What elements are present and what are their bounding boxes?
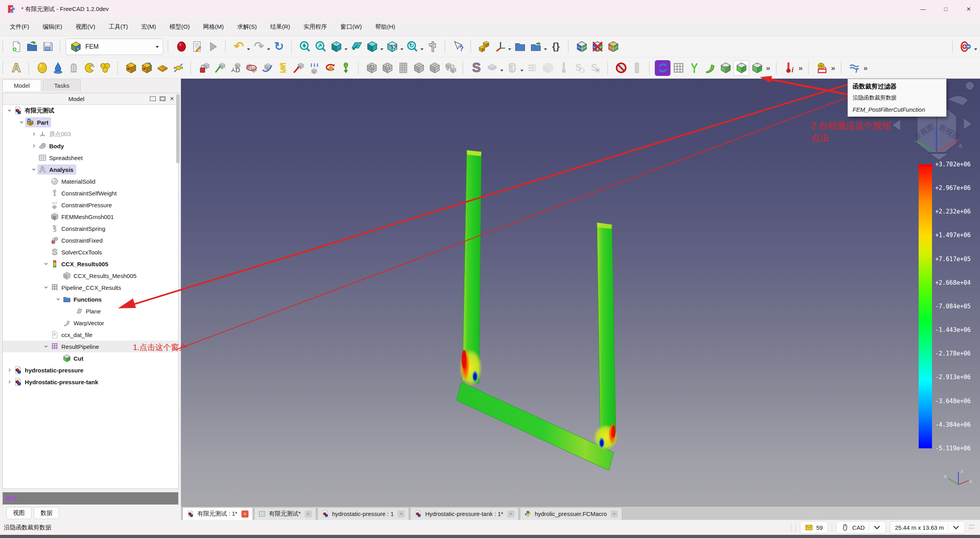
post-max-min-values-button[interactable]: i <box>782 60 798 76</box>
document-tab-hydrolic_pressuer.FCMacro[interactable]: hydrolic_pressuer.FCMacro× <box>520 507 622 520</box>
viewport-3d[interactable]: 左视图 前视图 z y x +3.702e+06+2.967e+06+2.232… <box>181 79 980 506</box>
undo-button[interactable]: ↶ <box>231 39 247 55</box>
view-dimensions-button[interactable]: 25.44 m x 13.63 m <box>890 521 965 534</box>
toolbar-overflow-icon[interactable]: » <box>766 64 770 72</box>
mesh-region-button[interactable] <box>411 60 427 76</box>
femmesh-display-button[interactable] <box>574 39 589 55</box>
float-panel-icon[interactable] <box>150 96 156 101</box>
tab-view[interactable]: 视图 <box>6 507 31 519</box>
tree-item-Cut[interactable]: Cut <box>3 352 178 364</box>
mesh-netgen-button[interactable]: N <box>364 60 379 76</box>
tree-item-Pipeline_CCX_Results[interactable]: Pipeline_CCX_Results <box>3 282 178 293</box>
material-fluid-button[interactable] <box>50 60 66 76</box>
tree-item-FEMMeshGmsh001[interactable]: GFEMMeshGmsh001 <box>3 211 178 223</box>
document-tab-有限元测试*[interactable]: 有限元测试*× <box>254 507 316 520</box>
post-data-at-point-button[interactable] <box>686 60 702 76</box>
menu-帮助[interactable]: 帮助(H) <box>368 20 402 33</box>
dock-panel-icon[interactable] <box>160 96 166 101</box>
toolbar-drag-handle[interactable] <box>470 41 473 53</box>
constraint-spring-button[interactable] <box>275 60 291 76</box>
toolbar-overflow-icon[interactable]: » <box>864 64 868 72</box>
tree-item-ConstraintFixed[interactable]: ConstraintFixed <box>3 234 178 246</box>
tree-item-WarpVector[interactable]: WarpVector <box>3 317 178 329</box>
tree-item-Spreadsheet[interactable]: Spreadsheet <box>3 152 178 164</box>
post-filter-cut-function-button[interactable] <box>733 60 749 76</box>
document-tab-有限元测试 : 1*[interactable]: 有限元测试 : 1*× <box>182 507 253 520</box>
post-filter-clip-scalar-button[interactable]: S <box>718 60 733 76</box>
toolbar-drag-handle[interactable] <box>776 62 779 74</box>
mesh-purge-button[interactable] <box>814 60 830 76</box>
tree-expander-icon[interactable] <box>55 296 61 303</box>
chevron-down-icon[interactable] <box>508 48 511 50</box>
tree-item-ConstraintPressure[interactable]: ConstraintPressure <box>3 199 178 211</box>
view-isometric-button[interactable] <box>328 39 344 55</box>
toolbar-overflow-icon[interactable]: » <box>799 64 803 72</box>
dock-tab-model[interactable]: Model <box>2 79 41 91</box>
material-reinforced-button[interactable] <box>97 60 113 76</box>
purge-results-button[interactable] <box>613 60 629 76</box>
toolbar-drag-handle[interactable] <box>190 62 193 74</box>
fluid-section-button[interactable] <box>170 60 186 76</box>
material-nonlinear-button[interactable] <box>81 60 97 76</box>
post-fluid-flow-button[interactable]: i <box>847 60 862 76</box>
chevron-down-icon[interactable] <box>500 70 503 72</box>
tree-expander-icon[interactable] <box>18 119 25 126</box>
constraint-displacement-button[interactable] <box>212 60 228 76</box>
fem-model[interactable] <box>457 150 618 470</box>
tree-expander-icon[interactable] <box>6 379 13 385</box>
macro-edit-button[interactable] <box>189 39 205 55</box>
mesh-to-mesh-button[interactable] <box>442 60 458 76</box>
tree-item-CCX_Results005[interactable]: CCX_Results005 <box>3 258 178 270</box>
close-tab-icon[interactable]: × <box>611 510 618 518</box>
property-group-基本[interactable]: 基本 <box>3 492 178 505</box>
tree-item-Functions[interactable]: Functions <box>3 293 178 305</box>
tree-expander-icon[interactable] <box>42 284 49 291</box>
tree-item-ConstraintSpring[interactable]: ConstraintSpring <box>3 223 178 234</box>
chevron-down-icon[interactable] <box>520 70 523 72</box>
tree-expander-icon[interactable] <box>6 367 13 374</box>
menu-编辑[interactable]: 编辑(E) <box>36 20 69 33</box>
placement-axis-button[interactable] <box>492 39 508 55</box>
post-refresh-button[interactable] <box>655 60 671 76</box>
menu-结果[interactable]: 结果(R) <box>263 20 297 33</box>
mesh-group-button[interactable] <box>427 60 442 76</box>
tree-item-SolverCcxTools[interactable]: SSolverCcxTools <box>3 246 178 258</box>
tree-item-hydrostatic-pressure[interactable]: hydrostatic-pressure <box>3 364 178 376</box>
toolbar-drag-handle[interactable] <box>28 62 31 74</box>
macro-play-button[interactable] <box>205 39 221 55</box>
tree-item-Analysis[interactable]: AAnalysis <box>3 164 178 175</box>
toolbar-drag-handle[interactable] <box>568 41 571 53</box>
beam-cross-section-button[interactable] <box>123 60 139 76</box>
maximize-button[interactable]: □ <box>934 0 957 18</box>
tab-data[interactable]: 数据 <box>34 507 59 519</box>
femmesh-hide-button[interactable] <box>589 39 605 55</box>
toolbar-drag-handle[interactable] <box>2 62 5 74</box>
constraint-centrif-button[interactable] <box>322 60 338 76</box>
document-tab-Hydrostatic-pressure-tank : 1*[interactable]: Hydrostatic-pressure-tank : 1*× <box>410 507 518 520</box>
equation-flow-button[interactable] <box>524 60 540 76</box>
material-editor-button[interactable] <box>66 60 81 76</box>
post-filter-clip-region-button[interactable] <box>749 60 765 76</box>
close-tab-icon[interactable]: × <box>507 510 514 518</box>
menu-网格[interactable]: 网格(M) <box>196 20 230 33</box>
menu-求解[interactable]: 求解(S) <box>230 20 263 33</box>
close-tab-icon[interactable]: × <box>241 510 249 518</box>
view-rotate-button[interactable]: ↻ <box>404 39 420 55</box>
property-scrollbar[interactable] <box>176 94 180 163</box>
tree-expander-icon[interactable] <box>42 343 49 350</box>
chevron-down-icon[interactable] <box>344 48 348 50</box>
constraint-pressure-button[interactable] <box>306 60 322 76</box>
tree-expander-icon[interactable] <box>30 131 37 138</box>
mesh-boundary-layer-button[interactable] <box>395 60 411 76</box>
toolbar-drag-handle[interactable] <box>952 41 955 53</box>
mesh-gmsh-button[interactable]: G <box>379 60 395 76</box>
toolbar-drag-handle[interactable] <box>607 62 610 74</box>
menu-文件[interactable]: 文件(F) <box>3 20 36 33</box>
tree-item-Body[interactable]: Body <box>3 140 178 152</box>
chevron-down-icon[interactable] <box>267 48 270 50</box>
toolbar-drag-handle[interactable] <box>2 41 5 53</box>
constraint-tie-button[interactable] <box>259 60 275 76</box>
close-tab-icon[interactable]: × <box>398 510 405 518</box>
solver-run-button[interactable]: S <box>587 60 603 76</box>
make-group-button[interactable] <box>512 39 528 55</box>
